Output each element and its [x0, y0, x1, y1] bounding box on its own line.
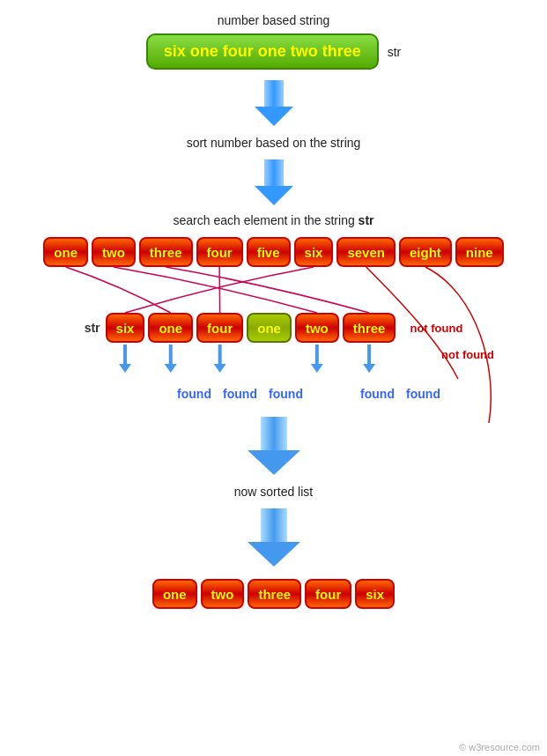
step2-bold: str: [359, 213, 374, 227]
sorted-pill-one: one: [152, 579, 197, 609]
sorted-pill-three: three: [248, 579, 301, 609]
not-found-2: not found: [441, 348, 494, 361]
str-row: sixonefouronetwothree: [106, 313, 396, 343]
arrow-3: [248, 417, 300, 475]
str-pill-4: two: [295, 313, 339, 343]
number-pill-three: three: [139, 237, 193, 267]
arrow-1: [255, 80, 293, 126]
str-pill-0: six: [106, 313, 145, 343]
number-pill-one: one: [43, 237, 88, 267]
arrow-2: [255, 159, 293, 205]
not-found-1: not found: [410, 322, 462, 335]
str-pill-5: three: [343, 313, 396, 343]
number-pill-nine: nine: [455, 237, 504, 267]
number-pill-seven: seven: [336, 237, 395, 267]
found-label-0: found: [174, 387, 216, 401]
found-row: foundfoundfoundfoundfound: [174, 387, 445, 401]
sorted-row: onetwothreefoursix: [152, 579, 395, 609]
header-label: number based string: [218, 13, 330, 27]
step3-label: now sorted list: [234, 485, 313, 499]
str-pill-3: one: [247, 313, 292, 343]
str-suffix-label: str: [388, 45, 402, 59]
found-label-2: found: [265, 387, 307, 401]
str-row-label: str: [85, 321, 100, 335]
input-string-box: six one four one two three: [146, 33, 379, 70]
found-label-5: found: [403, 387, 445, 401]
str-pill-1: one: [148, 313, 193, 343]
number-pill-two: two: [92, 237, 136, 267]
sorted-pill-four: four: [305, 579, 351, 609]
numbers-row: onetwothreefourfivesixseveneightnine: [43, 237, 503, 267]
number-pill-five: five: [247, 237, 291, 267]
str-pill-2: four: [196, 313, 243, 343]
step2-label: search each element in the string str: [173, 213, 373, 227]
number-pill-eight: eight: [399, 237, 452, 267]
found-label-1: found: [219, 387, 262, 401]
watermark: © w3resource.com: [459, 742, 540, 752]
arrow-4: [248, 508, 300, 567]
sorted-pill-six: six: [355, 579, 395, 609]
number-pill-six: six: [294, 237, 334, 267]
sorted-pill-two: two: [201, 579, 245, 609]
step1-label: sort number based on the string: [187, 136, 361, 150]
found-label-4: found: [357, 387, 399, 401]
number-pill-four: four: [196, 237, 243, 267]
